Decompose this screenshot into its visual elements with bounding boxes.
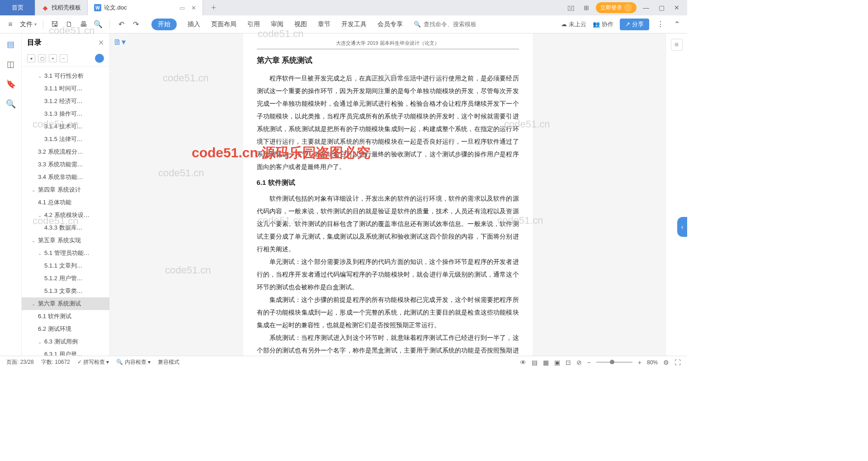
cloud-label: 未上云 xyxy=(569,20,586,28)
tab-template[interactable]: ◆找稻壳模板 xyxy=(35,0,88,15)
toc-item[interactable]: 3.1.5 法律可… xyxy=(22,133,109,146)
toc-item[interactable]: 3.2 系统流程分… xyxy=(22,146,109,158)
toc-box1-icon[interactable]: ▢ xyxy=(38,54,46,62)
view2-icon[interactable]: ▦ xyxy=(543,359,549,366)
maximize-icon[interactable]: ▢ xyxy=(656,2,667,14)
menu-review[interactable]: 审阅 xyxy=(271,20,283,28)
feedback-fab[interactable]: ‹ xyxy=(677,217,687,237)
menu-insert[interactable]: 插入 xyxy=(188,20,200,28)
expand-icon[interactable]: ⌃ xyxy=(672,19,682,29)
toc-close-icon[interactable]: ✕ xyxy=(98,38,104,47)
spellcheck-button[interactable]: ✓ 拼写检查 ▾ xyxy=(77,358,109,366)
collab-button[interactable]: 👥协作 xyxy=(593,20,613,28)
tab-document[interactable]: W 论文.doc ▭ ✕ xyxy=(88,0,203,15)
split-icon[interactable]: ▭ xyxy=(179,5,185,11)
settings-icon[interactable]: ⚙ xyxy=(663,359,669,366)
toc-item[interactable]: 5.1.1 文章列… xyxy=(22,259,109,272)
nav-icon[interactable]: ◫ xyxy=(5,59,16,70)
toc-item[interactable]: 5.1.3 文章类… xyxy=(22,285,109,297)
menu-icon[interactable]: ≡ xyxy=(5,19,15,29)
toc-item[interactable]: ⌄5.1 管理员功能… xyxy=(22,247,109,259)
toc-collapse-icon[interactable]: ▾ xyxy=(27,54,35,62)
toc-item[interactable]: ⌄4.2 系统模块设… xyxy=(22,209,109,221)
menu-layout[interactable]: 页面布局 xyxy=(211,20,236,28)
panel-toggle-icon[interactable]: ≡ xyxy=(671,39,683,51)
zoom-out-icon[interactable]: − xyxy=(587,359,591,366)
toc-tools: ▾ ▢ + − xyxy=(22,52,109,67)
save-icon[interactable]: 🖫 xyxy=(50,19,60,29)
view4-icon[interactable]: ⊡ xyxy=(566,359,571,366)
menu-start[interactable]: 开始 xyxy=(151,19,177,30)
zoom-slider[interactable] xyxy=(596,362,632,363)
newdoc-icon[interactable]: 🗋 xyxy=(64,19,74,29)
close-window-icon[interactable]: ✕ xyxy=(671,2,683,14)
toc-item[interactable]: 3.1.2 经济可… xyxy=(22,95,109,108)
toc-item-label: 5.1.2 用户管… xyxy=(44,274,83,282)
minimize-icon[interactable]: — xyxy=(640,2,652,14)
ruler-icon[interactable]: ⊘ xyxy=(576,359,582,366)
redo-icon[interactable]: ↷ xyxy=(131,19,141,29)
tab-home[interactable]: 首页 xyxy=(0,0,35,15)
toc-item[interactable]: 6.3.1 用户登… xyxy=(22,348,109,356)
new-tab-button[interactable]: + xyxy=(207,3,221,13)
toc-item[interactable]: 6.2 测试环境 xyxy=(22,323,109,335)
view3-icon[interactable]: ▣ xyxy=(554,359,560,366)
toc-item-label: 3.1.1 时间可… xyxy=(44,85,83,93)
toc-item-label: 3.1.2 经济可… xyxy=(44,97,83,105)
close-icon[interactable]: ✕ xyxy=(191,5,196,11)
document-page[interactable]: 大连交通大学 2019 届本科生毕业设计（论文） 第六章 系统测试 程序软件一旦… xyxy=(243,33,533,356)
toc-item[interactable]: 4.3.3 数据库… xyxy=(22,221,109,234)
menu-dev[interactable]: 开发工具 xyxy=(341,20,367,28)
find-icon[interactable]: 🔍 xyxy=(5,99,16,109)
more-icon[interactable]: ⋮ xyxy=(656,19,665,29)
menu-ref[interactable]: 引用 xyxy=(247,20,260,28)
toc-item[interactable]: ⌄第四章 系统设计 xyxy=(22,183,109,196)
eye-icon[interactable]: 👁 xyxy=(520,359,526,366)
search-box[interactable]: 🔍 xyxy=(414,21,487,28)
toc-minus-icon[interactable]: − xyxy=(60,54,68,62)
content-check-button[interactable]: 🔍 内容检查 ▾ xyxy=(116,358,151,366)
main-area: ▤ ◫ 🔖 🔍 目录 ✕ ▾ ▢ + − ⌄3.1 可行性分析3.1.1 时间可… xyxy=(0,33,687,356)
bookmark-icon[interactable]: 🔖 xyxy=(5,79,16,89)
chapter-title: 第六章 系统测试 xyxy=(257,53,519,68)
toc-plus-icon[interactable]: + xyxy=(49,54,57,62)
toc-item[interactable]: 5.1.2 用户管… xyxy=(22,272,109,285)
login-button[interactable]: 立即登录 xyxy=(596,2,637,13)
status-bar: 页面: 23/28 字数: 10672 ✓ 拼写检查 ▾ 🔍 内容检查 ▾ 兼容… xyxy=(0,356,687,368)
apps-icon[interactable]: ⊞ xyxy=(580,2,592,14)
compat-mode[interactable]: 兼容模式 xyxy=(158,358,179,366)
toc-item-label: 3.2 系统流程分… xyxy=(38,148,83,156)
print-icon[interactable]: 🖶 xyxy=(79,19,89,29)
outline-icon[interactable]: ▤ xyxy=(5,39,16,50)
preview-icon[interactable]: 🔍 xyxy=(93,19,103,29)
search-input[interactable] xyxy=(424,21,487,28)
layout-icon[interactable]: ▯▯ xyxy=(565,2,577,14)
zoom-level[interactable]: 80% xyxy=(647,359,658,366)
fullscreen-icon[interactable]: ⛶ xyxy=(675,359,681,366)
toc-item[interactable]: 3.1.3 操作可… xyxy=(22,108,109,120)
undo-icon[interactable]: ↶ xyxy=(116,19,126,29)
menu-member[interactable]: 会员专享 xyxy=(377,20,403,28)
menu-chapter[interactable]: 章节 xyxy=(318,20,330,28)
word-count[interactable]: 字数: 10672 xyxy=(41,358,70,366)
paragraph: 集成测试：这个步骤的前提是程序的所有功能模块都已完成开发，这个时候需要把程序所有… xyxy=(257,293,519,331)
toc-item[interactable]: 3.3 系统功能需… xyxy=(22,158,109,171)
toc-item[interactable]: ⌄3.1 可行性分析 xyxy=(22,70,109,82)
toc-item[interactable]: 3.1.4 技术可… xyxy=(22,120,109,133)
toc-item[interactable]: ⌄6.3 测试用例 xyxy=(22,335,109,348)
doc-options-icon[interactable]: 🗎▾ xyxy=(113,37,126,47)
toc-item[interactable]: 3.1.1 时间可… xyxy=(22,82,109,95)
toc-item[interactable]: ⌄第六章 系统测试 xyxy=(22,297,109,310)
page-indicator[interactable]: 页面: 23/28 xyxy=(6,358,34,366)
menu-view[interactable]: 视图 xyxy=(294,20,307,28)
view1-icon[interactable]: ▤ xyxy=(532,359,538,366)
toc-item[interactable]: 4.1 总体功能 xyxy=(22,196,109,209)
zoom-in-icon[interactable]: + xyxy=(638,359,642,366)
toc-item[interactable]: 3.4 系统非功能… xyxy=(22,171,109,183)
toc-item[interactable]: 6.1 软件测试 xyxy=(22,310,109,323)
share-button[interactable]: ↗分享 xyxy=(620,19,649,30)
toc-item[interactable]: ⌄第五章 系统实现 xyxy=(22,234,109,247)
toc-ai-icon[interactable] xyxy=(95,54,104,63)
cloud-status[interactable]: ☁未上云 xyxy=(561,20,586,28)
file-menu[interactable]: 文件▾ xyxy=(20,20,37,28)
